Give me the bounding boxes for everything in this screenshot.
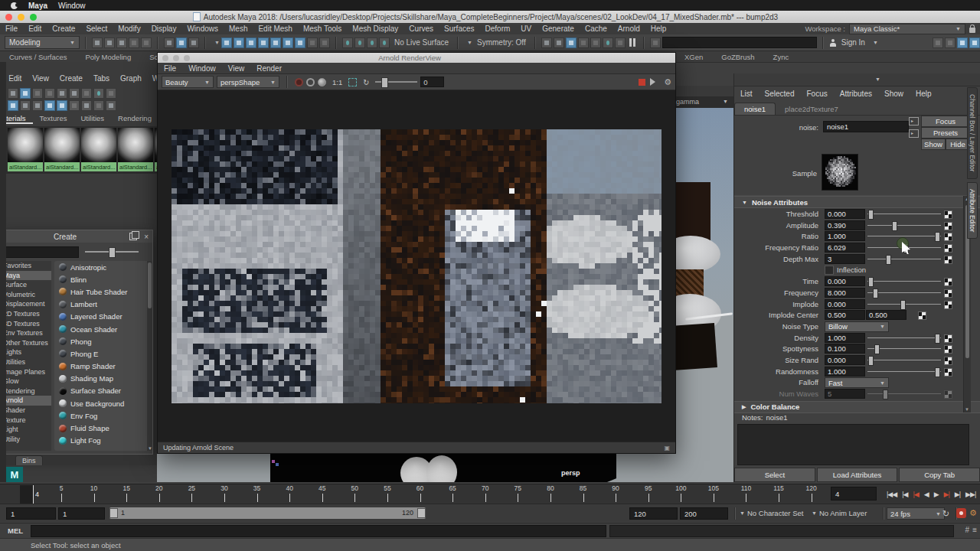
current-time-marker[interactable] (20, 485, 34, 504)
create-category-item[interactable]: Volumetric (6, 290, 51, 300)
attribute-slider[interactable] (867, 225, 941, 226)
menu-item[interactable]: Surfaces (439, 24, 479, 33)
lock-icon[interactable] (969, 28, 975, 33)
create-category-item[interactable]: Displacement (6, 299, 51, 309)
hypershade-menu-item[interactable]: View (27, 74, 54, 83)
debug-shading-slider[interactable] (375, 81, 417, 83)
chevron-down-icon[interactable]: ▼ (873, 40, 878, 45)
apple-menu-icon[interactable] (11, 2, 18, 9)
bins-tab[interactable]: Bins (15, 455, 43, 465)
hypershade-toolbar-icon[interactable] (93, 100, 104, 111)
menu-set-dropdown[interactable]: Modeling▼ (5, 36, 80, 49)
attribute-value-field[interactable]: 8.000 (825, 288, 865, 298)
attribute-editor-tab[interactable]: place2dTexture7 (776, 103, 848, 115)
pause-icon[interactable] (627, 38, 638, 47)
shelf-tab[interactable]: Poly Modeling (77, 53, 141, 61)
node-name-field[interactable]: noise1 (823, 121, 909, 132)
slider-value-field[interactable]: 0 (420, 77, 444, 87)
create-shader-item[interactable]: Anisotropic (54, 261, 152, 273)
create-category-item[interactable]: Light (6, 425, 51, 435)
menu-item[interactable]: Display (146, 24, 182, 33)
hypershade-tab[interactable]: Rendering (111, 114, 157, 124)
shader-swatch[interactable]: aiStandard... (44, 128, 80, 172)
hypershade-toolbar-icon[interactable] (106, 100, 116, 111)
snap-magnet-3-icon[interactable] (379, 37, 390, 48)
swap-output-icon[interactable] (909, 117, 919, 126)
menu-item[interactable]: UV (515, 24, 537, 33)
crop-region-icon[interactable] (348, 78, 357, 86)
menu-item[interactable]: Curves (403, 24, 439, 33)
playback-end-field[interactable]: 120 (629, 507, 678, 520)
rotate-tool-icon[interactable] (234, 37, 244, 48)
menu-item[interactable]: Windows (181, 24, 224, 33)
character-controls-icon[interactable] (933, 37, 943, 48)
shader-list-scrollbar[interactable]: ▼ (147, 261, 152, 451)
chevron-down-icon[interactable]: ▼ (467, 40, 472, 45)
create-search-input[interactable] (6, 246, 79, 258)
hypershade-tab[interactable]: Materials (6, 114, 33, 124)
snap-magnet-2-icon[interactable] (367, 37, 377, 48)
attribute-value-field[interactable]: 1.000 (825, 367, 865, 377)
create-category-item[interactable]: Arnold (6, 396, 51, 406)
attribute-slider[interactable] (867, 236, 941, 236)
shelf-tab[interactable]: Zync (764, 53, 799, 61)
lock-selection-icon[interactable] (307, 37, 318, 48)
script-editor-icon[interactable]: # (965, 526, 970, 534)
renderview-menu-item[interactable]: Window (182, 64, 222, 73)
dock-side-tab[interactable]: Attribute Editor (967, 182, 978, 239)
menu-item[interactable]: Select (80, 24, 113, 33)
zoom-window-button[interactable] (30, 14, 37, 21)
create-category-item[interactable]: Other Textures (6, 338, 51, 348)
select-tool-icon[interactable] (164, 37, 175, 48)
map-texture-button[interactable] (944, 334, 952, 343)
create-shader-item[interactable]: Fluid Shape (54, 422, 152, 434)
shelf-tab[interactable]: GoZBrush (712, 53, 763, 61)
chevron-down-icon[interactable]: ▼ (812, 510, 817, 516)
swatch-size-slider[interactable] (85, 251, 139, 253)
create-category-item[interactable]: Maya (6, 271, 51, 281)
paint-select-tool-icon[interactable] (188, 37, 199, 48)
renderview-menu-item[interactable]: View (222, 64, 251, 73)
attribute-value-field[interactable]: 0.000 (825, 209, 865, 219)
renderview-titlebar[interactable]: Arnold RenderView (158, 53, 675, 63)
hypershade-tab[interactable]: Textures (33, 114, 74, 124)
hypershade-toolbar-icon[interactable] (81, 100, 92, 111)
attribute-editor-button[interactable]: Copy Tab (899, 468, 980, 482)
chevron-down-icon[interactable]: ▼ (875, 77, 880, 82)
map-texture-button[interactable] (944, 345, 952, 354)
3d-manipulation-icon[interactable] (318, 78, 326, 86)
character-set-dropdown[interactable]: No Character Set (747, 509, 803, 517)
highlight-selection-icon[interactable] (319, 37, 330, 48)
shader-swatch[interactable]: aiStandard... (8, 128, 43, 172)
step-back-key-button[interactable]: |◀ (910, 491, 920, 498)
menu-item[interactable]: Help (645, 24, 672, 33)
hypershade-toolbar-icon[interactable] (106, 88, 116, 99)
hypershade-toolbar-icon[interactable] (57, 100, 67, 111)
create-shader-item[interactable]: Use Background (54, 397, 152, 409)
create-category-item[interactable]: Image Planes (6, 367, 51, 377)
hypershade-menu-item[interactable]: Graph (115, 74, 147, 83)
menu-item[interactable]: Mesh Display (347, 24, 403, 33)
command-input-field[interactable] (31, 525, 606, 537)
create-shader-item[interactable]: Ocean Shader (54, 323, 152, 335)
create-shader-item[interactable]: Surface Shader (54, 385, 152, 397)
command-language-label[interactable]: MEL (8, 527, 23, 535)
attribute-dropdown[interactable]: Billow▼ (825, 321, 889, 332)
attribute-dropdown[interactable]: Fast▼ (825, 377, 889, 388)
attribute-slider[interactable] (867, 337, 941, 338)
zoom-1-1-button[interactable]: 1:1 (329, 78, 345, 86)
snap-magnet-icon[interactable] (354, 37, 365, 48)
chevron-down-icon[interactable]: ▼ (723, 99, 728, 104)
map-texture-button[interactable] (944, 222, 952, 230)
aov-dropdown[interactable]: Beauty▼ (162, 76, 214, 88)
ipr-render-icon[interactable] (566, 37, 577, 48)
render-region-icon[interactable] (590, 37, 601, 48)
hypershade-tab[interactable]: Utilities (74, 114, 111, 124)
refresh-icon[interactable]: ↻ (360, 78, 372, 86)
snapshot-icon[interactable] (295, 78, 303, 86)
attribute-editor-tab[interactable]: noise1 (734, 103, 776, 115)
playback-start-field[interactable]: 1 (58, 507, 105, 520)
attribute-value-field[interactable]: 3 (825, 254, 865, 264)
hypershade-toolbar-icon[interactable] (32, 100, 43, 111)
create-shader-item[interactable]: Layered Shader (54, 311, 152, 323)
